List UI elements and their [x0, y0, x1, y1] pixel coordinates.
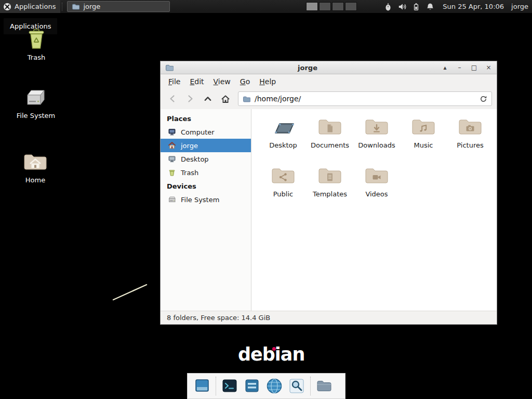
workspace-1[interactable] — [306, 2, 318, 11]
sidebar-item-label: jorge — [181, 142, 198, 150]
sidebar-item-trash[interactable]: Trash — [161, 166, 251, 179]
share-emblem-icon — [278, 172, 288, 182]
close-button[interactable]: × — [485, 64, 492, 71]
file-item-videos[interactable]: Videos — [353, 166, 400, 208]
desktop-icon-home[interactable]: Home — [10, 152, 60, 184]
up-button[interactable] — [201, 91, 215, 106]
system-tray — [384, 3, 434, 11]
document-emblem-icon — [325, 123, 335, 134]
home-icon — [168, 141, 176, 150]
file-item-desktop[interactable]: Desktop — [260, 117, 307, 159]
back-button[interactable] — [165, 91, 180, 106]
dock-window-list-icon[interactable] — [243, 377, 261, 395]
desktop-icon-filesystem[interactable]: File System — [11, 87, 61, 119]
volume-icon[interactable] — [398, 3, 406, 11]
menu-file[interactable]: File — [164, 76, 185, 87]
reload-button[interactable] — [475, 95, 487, 103]
mouse-icon[interactable] — [384, 3, 392, 11]
location-path[interactable]: /home/jorge/ — [255, 95, 471, 103]
file-item-downloads[interactable]: Downloads — [353, 117, 400, 159]
desktop-icon-label: File System — [17, 112, 55, 119]
file-label: Public — [273, 190, 293, 198]
debian-logo: debian — [238, 344, 304, 365]
sidebar-item-computer[interactable]: Computer — [161, 125, 251, 139]
applications-menu-label: Applications — [15, 3, 56, 10]
sidebar-item-jorge[interactable]: jorge — [161, 139, 251, 152]
file-item-music[interactable]: Music — [400, 117, 447, 159]
download-arrow-emblem-icon — [371, 123, 382, 134]
trash-icon — [25, 27, 47, 50]
titlebar[interactable]: jorge ▴ – □ × — [161, 61, 497, 74]
menu-help[interactable]: Help — [255, 76, 281, 87]
home-button[interactable] — [218, 91, 233, 106]
file-label: Videos — [365, 190, 388, 198]
file-item-public[interactable]: Public — [260, 166, 307, 208]
window-body: Places Computer — [161, 109, 497, 311]
desktop-surface-icon — [271, 117, 296, 138]
shade-button[interactable]: ▴ — [442, 64, 448, 71]
maximize-button[interactable]: □ — [471, 64, 477, 71]
dock-file-manager-icon[interactable] — [315, 377, 333, 395]
sidebar-item-label: Trash — [181, 169, 198, 177]
desktop-artifact-line — [109, 281, 153, 303]
sidebar-item-desktop[interactable]: Desktop — [161, 152, 251, 166]
window-title: jorge — [174, 64, 442, 72]
top-panel: Applications jorge — [0, 0, 532, 14]
window-controls: ▴ – □ × — [442, 64, 492, 71]
path-folder-icon — [243, 96, 250, 102]
file-item-pictures[interactable]: Pictures — [447, 117, 494, 159]
drive-icon — [168, 195, 176, 204]
menu-go[interactable]: Go — [235, 76, 255, 87]
file-label: Documents — [311, 141, 349, 149]
forward-icon — [186, 95, 194, 103]
debian-logo-red-dot — [272, 347, 276, 351]
sidebar-item-label: Desktop — [181, 155, 209, 163]
home-folder-icon — [23, 152, 48, 172]
workspace-3[interactable] — [332, 2, 344, 11]
sidebar-item-label: Computer — [181, 128, 215, 136]
dock-terminal-icon[interactable] — [221, 377, 238, 395]
location-bar[interactable]: /home/jorge/ — [238, 91, 492, 106]
battery-icon[interactable] — [412, 3, 420, 11]
reload-icon — [480, 95, 487, 103]
dock-web-browser-globe-icon[interactable] — [265, 377, 283, 395]
xfce-logo-icon — [3, 3, 11, 11]
panel-separator — [62, 3, 65, 11]
dock-app-finder-icon[interactable] — [288, 377, 305, 395]
sidebar-item-filesystem[interactable]: File System — [161, 193, 251, 206]
file-label: Pictures — [457, 141, 483, 149]
desktop-icon-label: Trash — [28, 54, 45, 61]
template-sheet-emblem-icon — [325, 172, 335, 182]
minimize-button[interactable]: – — [456, 64, 463, 71]
file-item-documents[interactable]: Documents — [307, 117, 353, 159]
menu-edit[interactable]: Edit — [185, 76, 208, 87]
menubar: File Edit View Go Help — [161, 74, 497, 88]
workspace-switcher[interactable] — [306, 2, 357, 11]
taskbar-window-button[interactable]: jorge — [67, 1, 170, 12]
notifications-bell-icon[interactable] — [426, 3, 434, 11]
forward-button[interactable] — [183, 91, 197, 106]
workspace-4[interactable] — [345, 2, 357, 11]
sidebar-item-label: File System — [181, 196, 219, 204]
drive-icon — [24, 87, 48, 108]
music-notes-emblem-icon — [418, 123, 429, 134]
window-icon — [165, 64, 174, 71]
clock[interactable]: Sun 25 Apr, 10:06 — [443, 3, 504, 10]
dock-desktop-icon[interactable] — [193, 377, 211, 395]
file-item-templates[interactable]: Templates — [307, 166, 353, 208]
desktop-icon-trash[interactable]: Trash — [11, 27, 61, 61]
file-label: Desktop — [269, 141, 297, 149]
desktop-icon-label: Home — [25, 176, 45, 184]
statusbar: 8 folders, Free space: 14.4 GiB — [161, 311, 497, 324]
desktop: Applications jorge — [0, 0, 532, 399]
user-menu[interactable]: jorge — [511, 3, 528, 10]
sidebar: Places Computer — [161, 109, 251, 311]
applications-menu-button[interactable]: Applications — [0, 0, 60, 13]
up-icon — [204, 95, 212, 103]
sidebar-header-devices: Devices — [161, 179, 251, 193]
computer-icon — [168, 128, 176, 136]
workspace-2[interactable] — [319, 2, 331, 11]
toolbar: /home/jorge/ — [161, 88, 497, 109]
file-manager-window: jorge ▴ – □ × File Edit View Go Help — [160, 61, 497, 325]
menu-view[interactable]: View — [209, 76, 235, 87]
